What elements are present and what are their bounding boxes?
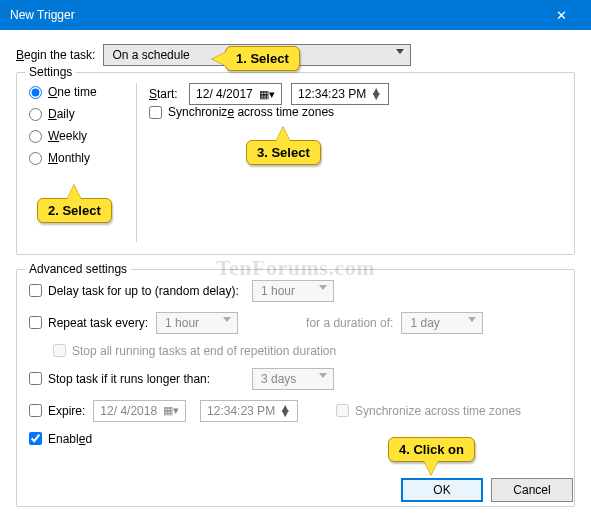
- ok-button[interactable]: OK: [401, 478, 483, 502]
- spinner-icon: ▲▼: [279, 406, 291, 416]
- advanced-legend: Advanced settings: [25, 262, 131, 276]
- sync-timezones-label: Synchronize across time zones: [168, 105, 334, 119]
- settings-legend: Settings: [25, 65, 76, 79]
- callout-2: 2. Select: [37, 198, 112, 223]
- chevron-down-icon: [468, 317, 476, 322]
- begin-label: Begin the task:: [16, 48, 95, 62]
- stop-all-label: Stop all running tasks at end of repetit…: [72, 344, 336, 358]
- enabled-label: Enabled: [48, 432, 92, 446]
- sync-timezones2-label: Synchronize across time zones: [355, 404, 521, 418]
- chevron-down-icon: [319, 285, 327, 290]
- sync-timezones-checkbox[interactable]: Synchronize across time zones: [149, 105, 334, 119]
- radio-monthly-label: onthly: [58, 151, 90, 165]
- repeat-dropdown: 1 hour: [156, 312, 238, 334]
- chevron-down-icon: [319, 373, 327, 378]
- delay-dropdown: 1 hour: [252, 280, 334, 302]
- radio-one-time-label: ne time: [57, 85, 96, 99]
- chevron-down-icon: [223, 317, 231, 322]
- radio-weekly[interactable]: Weekly: [29, 129, 124, 143]
- window-title: New Trigger: [10, 8, 75, 22]
- expire-date-picker: 12/ 4/2018▦▾: [93, 400, 186, 422]
- calendar-icon: ▦▾: [163, 404, 179, 417]
- duration-dropdown: 1 day: [401, 312, 483, 334]
- delay-label: Delay task for up to (random delay):: [48, 284, 239, 298]
- start-date-value: 12/ 4/2017: [196, 87, 253, 101]
- begin-task-value: On a schedule: [112, 48, 189, 62]
- radio-daily-label: aily: [57, 107, 75, 121]
- radio-daily[interactable]: Daily: [29, 107, 124, 121]
- repeat-checkbox[interactable]: Repeat task every:: [29, 316, 148, 330]
- start-time-picker[interactable]: 12:34:23 PM ▲▼: [291, 83, 389, 105]
- advanced-group: Advanced settings Delay task for up to (…: [16, 269, 575, 507]
- start-time-value: 12:34:23 PM: [298, 87, 366, 101]
- expire-time-picker: 12:34:23 PM▲▼: [200, 400, 298, 422]
- repeat-label: Repeat task every:: [48, 316, 148, 330]
- spinner-icon: ▲▼: [370, 89, 382, 99]
- start-label: Start:: [149, 87, 178, 101]
- start-date-picker[interactable]: 12/ 4/2017 ▦▾: [189, 83, 282, 105]
- chevron-down-icon: [396, 49, 404, 54]
- expire-checkbox[interactable]: Expire:: [29, 404, 85, 418]
- close-icon[interactable]: ✕: [541, 8, 581, 23]
- radio-weekly-label: eekly: [59, 129, 87, 143]
- callout-1: 1. Select: [225, 46, 300, 71]
- radio-one-time[interactable]: One time: [29, 85, 124, 99]
- titlebar: New Trigger ✕: [0, 0, 591, 30]
- callout-4: 4. Click on: [388, 437, 475, 462]
- delay-checkbox[interactable]: Delay task for up to (random delay):: [29, 284, 244, 298]
- enabled-checkbox[interactable]: Enabled: [29, 432, 92, 446]
- calendar-icon: ▦▾: [259, 88, 275, 101]
- stop-if-checkbox[interactable]: Stop task if it runs longer than:: [29, 372, 244, 386]
- cancel-button[interactable]: Cancel: [491, 478, 573, 502]
- stop-if-dropdown: 3 days: [252, 368, 334, 390]
- stop-if-label: Stop task if it runs longer than:: [48, 372, 210, 386]
- sync-timezones2-checkbox: Synchronize across time zones: [336, 404, 521, 418]
- callout-3: 3. Select: [246, 140, 321, 165]
- dialog-buttons: OK Cancel: [401, 478, 573, 502]
- duration-label: for a duration of:: [306, 316, 393, 330]
- expire-label: Expire:: [48, 404, 85, 418]
- radio-monthly[interactable]: Monthly: [29, 151, 124, 165]
- stop-all-checkbox: Stop all running tasks at end of repetit…: [53, 344, 336, 358]
- dialog-content: Begin the task: On a schedule Settings O…: [0, 30, 591, 516]
- start-area: Start: 12/ 4/2017 ▦▾ 12:34:23 PM ▲▼ Sync…: [136, 83, 562, 242]
